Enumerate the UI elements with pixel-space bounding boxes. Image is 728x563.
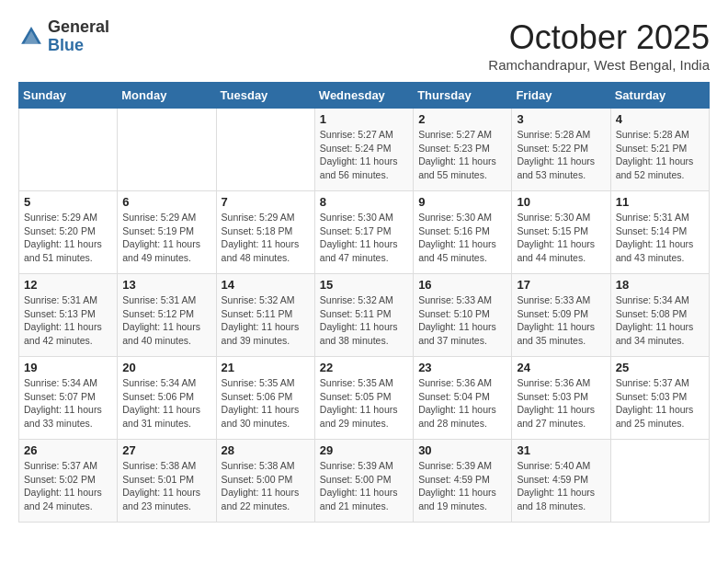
calendar-cell: 15Sunrise: 5:32 AM Sunset: 5:11 PM Dayli… <box>314 274 413 357</box>
day-info: Sunrise: 5:39 AM Sunset: 5:00 PM Dayligh… <box>320 459 408 513</box>
day-info: Sunrise: 5:27 AM Sunset: 5:24 PM Dayligh… <box>320 128 408 182</box>
weekday-header-wednesday: Wednesday <box>314 83 413 109</box>
weekday-header-row: SundayMondayTuesdayWednesdayThursdayFrid… <box>19 83 710 109</box>
day-number: 31 <box>517 443 605 457</box>
title-block: October 2025 Ramchandrapur, West Bengal,… <box>488 18 710 73</box>
day-info: Sunrise: 5:28 AM Sunset: 5:22 PM Dayligh… <box>517 128 605 182</box>
day-info: Sunrise: 5:39 AM Sunset: 4:59 PM Dayligh… <box>418 459 506 513</box>
calendar-cell: 1Sunrise: 5:27 AM Sunset: 5:24 PM Daylig… <box>314 109 413 191</box>
calendar-cell: 6Sunrise: 5:29 AM Sunset: 5:19 PM Daylig… <box>118 191 216 274</box>
weekday-header-saturday: Saturday <box>610 83 709 109</box>
day-info: Sunrise: 5:38 AM Sunset: 5:00 PM Dayligh… <box>222 459 310 513</box>
calendar-cell: 13Sunrise: 5:31 AM Sunset: 5:12 PM Dayli… <box>118 274 216 357</box>
day-info: Sunrise: 5:38 AM Sunset: 5:01 PM Dayligh… <box>122 459 210 513</box>
calendar-cell: 8Sunrise: 5:30 AM Sunset: 5:17 PM Daylig… <box>314 191 413 274</box>
day-number: 20 <box>122 361 210 374</box>
day-number: 1 <box>320 112 408 126</box>
calendar-cell: 17Sunrise: 5:33 AM Sunset: 5:09 PM Dayli… <box>512 274 610 357</box>
calendar-cell: 23Sunrise: 5:36 AM Sunset: 5:04 PM Dayli… <box>414 357 512 440</box>
day-info: Sunrise: 5:36 AM Sunset: 5:04 PM Dayligh… <box>418 376 506 431</box>
day-number: 19 <box>24 361 112 374</box>
weekday-header-monday: Monday <box>118 83 216 109</box>
day-info: Sunrise: 5:30 AM Sunset: 5:17 PM Dayligh… <box>320 211 408 265</box>
day-number: 10 <box>517 195 605 209</box>
calendar-cell: 2Sunrise: 5:27 AM Sunset: 5:23 PM Daylig… <box>414 109 512 191</box>
day-info: Sunrise: 5:31 AM Sunset: 5:12 PM Dayligh… <box>122 293 210 348</box>
day-info: Sunrise: 5:28 AM Sunset: 5:21 PM Dayligh… <box>616 128 704 182</box>
day-number: 12 <box>24 278 112 292</box>
location-title: Ramchandrapur, West Bengal, India <box>488 57 710 73</box>
calendar-cell: 25Sunrise: 5:37 AM Sunset: 5:03 PM Dayli… <box>610 357 709 440</box>
day-info: Sunrise: 5:36 AM Sunset: 5:03 PM Dayligh… <box>517 376 605 431</box>
day-number: 27 <box>122 443 210 457</box>
calendar-cell: 30Sunrise: 5:39 AM Sunset: 4:59 PM Dayli… <box>414 440 512 523</box>
day-info: Sunrise: 5:29 AM Sunset: 5:19 PM Dayligh… <box>122 211 210 265</box>
week-row-4: 19Sunrise: 5:34 AM Sunset: 5:07 PM Dayli… <box>19 357 710 440</box>
calendar-cell <box>216 109 314 191</box>
day-number: 2 <box>418 112 506 126</box>
day-info: Sunrise: 5:27 AM Sunset: 5:23 PM Dayligh… <box>418 128 506 182</box>
weekday-header-thursday: Thursday <box>414 83 512 109</box>
calendar-table: SundayMondayTuesdayWednesdayThursdayFrid… <box>18 82 710 523</box>
day-info: Sunrise: 5:35 AM Sunset: 5:06 PM Dayligh… <box>222 376 310 431</box>
calendar-cell: 9Sunrise: 5:30 AM Sunset: 5:16 PM Daylig… <box>414 191 512 274</box>
day-info: Sunrise: 5:30 AM Sunset: 5:16 PM Dayligh… <box>418 211 506 265</box>
calendar-cell: 11Sunrise: 5:31 AM Sunset: 5:14 PM Dayli… <box>610 191 709 274</box>
weekday-header-friday: Friday <box>512 83 610 109</box>
calendar-cell: 22Sunrise: 5:35 AM Sunset: 5:05 PM Dayli… <box>314 357 413 440</box>
weekday-header-sunday: Sunday <box>19 83 118 109</box>
calendar-cell <box>118 109 216 191</box>
calendar-cell: 16Sunrise: 5:33 AM Sunset: 5:10 PM Dayli… <box>414 274 512 357</box>
calendar-cell: 10Sunrise: 5:30 AM Sunset: 5:15 PM Dayli… <box>512 191 610 274</box>
day-info: Sunrise: 5:33 AM Sunset: 5:09 PM Dayligh… <box>517 293 605 348</box>
day-info: Sunrise: 5:35 AM Sunset: 5:05 PM Dayligh… <box>320 376 408 431</box>
week-row-3: 12Sunrise: 5:31 AM Sunset: 5:13 PM Dayli… <box>19 274 710 357</box>
logo: General Blue <box>18 18 109 55</box>
day-info: Sunrise: 5:37 AM Sunset: 5:03 PM Dayligh… <box>616 376 704 431</box>
day-number: 25 <box>616 361 704 374</box>
day-number: 6 <box>122 195 210 209</box>
day-number: 21 <box>222 361 310 374</box>
day-info: Sunrise: 5:34 AM Sunset: 5:08 PM Dayligh… <box>616 293 704 348</box>
day-info: Sunrise: 5:37 AM Sunset: 5:02 PM Dayligh… <box>24 459 112 513</box>
day-info: Sunrise: 5:33 AM Sunset: 5:10 PM Dayligh… <box>418 293 506 348</box>
day-number: 14 <box>222 278 310 292</box>
day-info: Sunrise: 5:34 AM Sunset: 5:06 PM Dayligh… <box>122 376 210 431</box>
day-number: 8 <box>320 195 408 209</box>
day-number: 9 <box>418 195 506 209</box>
day-number: 22 <box>320 361 408 374</box>
day-number: 13 <box>122 278 210 292</box>
week-row-1: 1Sunrise: 5:27 AM Sunset: 5:24 PM Daylig… <box>19 109 710 191</box>
logo-text: General Blue <box>48 18 109 55</box>
weekday-header-tuesday: Tuesday <box>216 83 314 109</box>
calendar-cell: 7Sunrise: 5:29 AM Sunset: 5:18 PM Daylig… <box>216 191 314 274</box>
logo-icon <box>18 24 44 50</box>
day-number: 16 <box>418 278 506 292</box>
calendar-cell: 27Sunrise: 5:38 AM Sunset: 5:01 PM Dayli… <box>118 440 216 523</box>
calendar-cell: 26Sunrise: 5:37 AM Sunset: 5:02 PM Dayli… <box>19 440 118 523</box>
week-row-5: 26Sunrise: 5:37 AM Sunset: 5:02 PM Dayli… <box>19 440 710 523</box>
page-header: General Blue October 2025 Ramchandrapur,… <box>18 18 710 73</box>
calendar-cell: 19Sunrise: 5:34 AM Sunset: 5:07 PM Dayli… <box>19 357 118 440</box>
calendar-cell: 12Sunrise: 5:31 AM Sunset: 5:13 PM Dayli… <box>19 274 118 357</box>
day-info: Sunrise: 5:29 AM Sunset: 5:18 PM Dayligh… <box>222 211 310 265</box>
month-title: October 2025 <box>488 18 710 57</box>
calendar-cell <box>610 440 709 523</box>
day-number: 23 <box>418 361 506 374</box>
day-number: 17 <box>517 278 605 292</box>
day-info: Sunrise: 5:40 AM Sunset: 4:59 PM Dayligh… <box>517 459 605 513</box>
day-number: 15 <box>320 278 408 292</box>
calendar-cell: 4Sunrise: 5:28 AM Sunset: 5:21 PM Daylig… <box>610 109 709 191</box>
day-number: 30 <box>418 443 506 457</box>
day-number: 11 <box>616 195 704 209</box>
day-number: 3 <box>517 112 605 126</box>
calendar-cell: 18Sunrise: 5:34 AM Sunset: 5:08 PM Dayli… <box>610 274 709 357</box>
calendar-cell: 24Sunrise: 5:36 AM Sunset: 5:03 PM Dayli… <box>512 357 610 440</box>
day-info: Sunrise: 5:29 AM Sunset: 5:20 PM Dayligh… <box>24 211 112 265</box>
calendar-cell: 31Sunrise: 5:40 AM Sunset: 4:59 PM Dayli… <box>512 440 610 523</box>
day-number: 26 <box>24 443 112 457</box>
calendar-cell: 21Sunrise: 5:35 AM Sunset: 5:06 PM Dayli… <box>216 357 314 440</box>
calendar-cell: 20Sunrise: 5:34 AM Sunset: 5:06 PM Dayli… <box>118 357 216 440</box>
day-info: Sunrise: 5:30 AM Sunset: 5:15 PM Dayligh… <box>517 211 605 265</box>
calendar-cell <box>19 109 118 191</box>
